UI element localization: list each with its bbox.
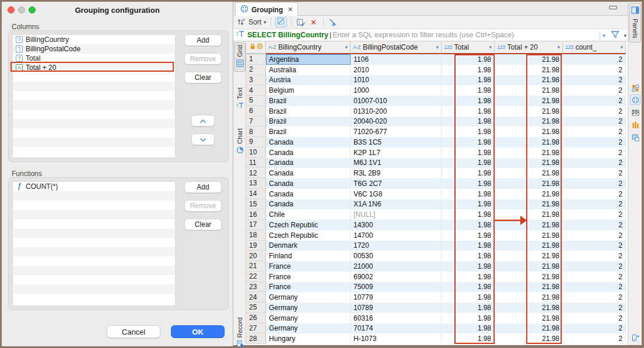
grid-cell[interactable]: 2	[563, 178, 626, 189]
row-number[interactable]: 21	[246, 261, 266, 272]
grid-cell[interactable]: 1.98	[442, 126, 495, 137]
grid-cell[interactable]: 1.98	[442, 178, 495, 189]
grid-cell[interactable]: 21.98	[495, 189, 563, 199]
grid-cell[interactable]: Germany	[266, 324, 351, 334]
column-header-total[interactable]: 123Total▾	[442, 41, 495, 54]
filter-input-placeholder[interactable]: Enter a SQL expression to filter results…	[332, 31, 642, 39]
sort-dropdown-icon[interactable]: ▾	[264, 19, 267, 25]
columns-add-button[interactable]: Add	[184, 34, 222, 46]
grid-cell[interactable]: 00530	[351, 251, 442, 261]
grid-cell[interactable]: 2	[563, 209, 626, 220]
grid-cell[interactable]: 21.98	[495, 75, 563, 86]
columns-clear-button[interactable]: Clear	[184, 72, 222, 83]
grid-cell[interactable]: 2	[563, 292, 626, 303]
grid-cell[interactable]: Finland	[266, 251, 351, 261]
grid-cell[interactable]: 2	[563, 199, 626, 210]
show-duplicates-toggle[interactable]	[275, 17, 287, 27]
grid-cell[interactable]: 21.98	[495, 96, 563, 106]
row-number[interactable]: 14	[246, 189, 266, 199]
row-number[interactable]: 20	[246, 251, 266, 261]
references-panel-icon[interactable]	[630, 132, 640, 143]
grid-cell[interactable]: Germany	[266, 292, 351, 303]
row-number[interactable]: 22	[246, 272, 266, 282]
grid-cell[interactable]: 21.98	[495, 272, 563, 282]
minimize-window-button[interactable]	[18, 6, 25, 13]
grid-cell[interactable]: Canada	[266, 147, 351, 158]
grid-cell[interactable]: Canada	[266, 189, 351, 199]
columns-remove-button[interactable]: Remove	[184, 53, 222, 65]
grid-cell[interactable]: 2	[563, 333, 626, 344]
grid-cell[interactable]: 1.98	[442, 333, 495, 344]
grid-cell[interactable]: 2	[563, 117, 626, 127]
grid-cell[interactable]: 69002	[351, 272, 442, 282]
grid-cell[interactable]: 75009	[351, 282, 442, 293]
grid-cell[interactable]: 10779	[351, 292, 442, 303]
grid-cell[interactable]: 21.98	[495, 251, 563, 261]
row-number[interactable]: 3	[246, 75, 266, 86]
row-number[interactable]: 13	[246, 178, 266, 189]
grid-cell[interactable]: 21.98	[495, 220, 563, 230]
row-number[interactable]: 10	[246, 147, 266, 158]
clear-grouping-broom-icon[interactable]	[328, 17, 338, 27]
row-number[interactable]: 11	[246, 158, 266, 168]
grid-cell[interactable]: Australia	[266, 65, 351, 75]
grid-cell[interactable]: 2	[563, 75, 626, 86]
grid-cell[interactable]: 2	[563, 324, 626, 334]
grid-cell[interactable]: 21.98	[495, 282, 563, 293]
list-item[interactable]: ƒCOUNT(*)	[13, 182, 175, 191]
grid-cell[interactable]: 1.98	[442, 137, 495, 147]
grid-cell[interactable]: Brazil	[266, 96, 351, 106]
grid-cell[interactable]: 1.98	[442, 282, 495, 293]
list-item[interactable]: ?BillingPostalCode	[13, 44, 175, 54]
edit-grouping-columns-icon[interactable]	[296, 17, 306, 27]
grid-cell[interactable]: 2	[563, 261, 626, 272]
grid-cell[interactable]: Canada	[266, 158, 351, 168]
functions-remove-button[interactable]: Remove	[184, 200, 222, 212]
grid-cell[interactable]: 20040-020	[351, 117, 442, 127]
grid-cell[interactable]: R3L 2B9	[351, 168, 442, 178]
grid-cell[interactable]: 2	[563, 126, 626, 137]
grid-cell[interactable]: 1.98	[442, 96, 495, 106]
tab-panels[interactable]: Panels	[629, 3, 641, 43]
functions-clear-button[interactable]: Clear	[184, 219, 222, 230]
grid-cell[interactable]: [NULL]	[351, 209, 442, 220]
grid-cell[interactable]: 2	[563, 313, 626, 324]
grid-cell[interactable]: 1.98	[442, 199, 495, 210]
grid-cell[interactable]: 1010	[351, 75, 442, 86]
grid-cell[interactable]: Brazil	[266, 106, 351, 117]
ok-button[interactable]: OK	[171, 325, 225, 338]
grid-cell[interactable]: 21.98	[495, 106, 563, 117]
grid-cell[interactable]: 1000	[351, 85, 442, 96]
list-item[interactable]: ?BillingCountry	[13, 35, 175, 44]
grid-cell[interactable]: 2	[563, 147, 626, 158]
grid-cell[interactable]: 10789	[351, 303, 442, 313]
grid-cell[interactable]: 1.98	[442, 106, 495, 117]
grid-cell[interactable]: Czech Republic	[266, 230, 351, 241]
row-number[interactable]: 24	[246, 292, 266, 303]
column-sort-dropdown-icon[interactable]: ▾	[433, 44, 439, 50]
grid-cell[interactable]: 2	[563, 303, 626, 313]
grid-cell[interactable]: 21.98	[495, 313, 563, 324]
row-number[interactable]: 18	[246, 230, 266, 241]
grouping-panel-icon[interactable]	[630, 94, 640, 105]
grid-cell[interactable]: 01007-010	[351, 96, 442, 106]
grid-cell[interactable]: 1.98	[442, 251, 495, 261]
tab-grouping[interactable]: Grouping ✕	[235, 2, 298, 16]
grid-cell[interactable]: 1.98	[442, 303, 495, 313]
minimize-panel-icon[interactable]	[609, 6, 617, 9]
grid-cell[interactable]: M6J 1V1	[351, 158, 442, 168]
row-number[interactable]: 5	[246, 96, 266, 106]
grid-cell[interactable]: 2	[563, 230, 626, 241]
row-number[interactable]: 15	[246, 199, 266, 210]
grid-cell[interactable]: 21.98	[495, 137, 563, 147]
grid-cell[interactable]: 21.98	[495, 117, 563, 127]
grid-cell[interactable]: 21.98	[495, 65, 563, 75]
grid-cell[interactable]: 2	[563, 96, 626, 106]
grid-cell[interactable]: 2	[563, 106, 626, 117]
grid-cell[interactable]: 21.98	[495, 209, 563, 220]
grid-cell[interactable]: 1.98	[442, 241, 495, 251]
cancel-button[interactable]: Cancel	[107, 325, 160, 338]
grid-cell[interactable]: H-1073	[351, 333, 442, 344]
grid-cell[interactable]: 70174	[351, 324, 442, 334]
grid-cell[interactable]: T6G 2C7	[351, 178, 442, 189]
